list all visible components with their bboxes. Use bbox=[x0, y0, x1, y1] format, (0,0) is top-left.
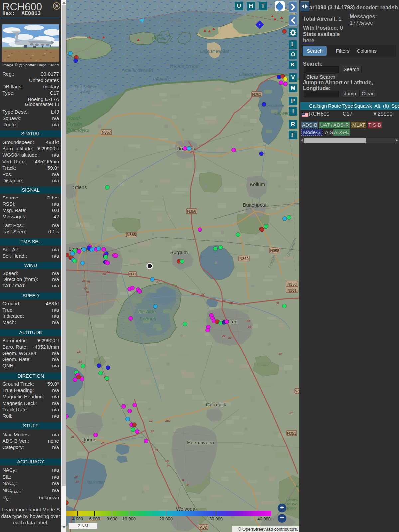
svg-text:28: 28 bbox=[191, 292, 195, 295]
svg-text:Noard-: Noard- bbox=[67, 115, 81, 121]
svg-text:9: 9 bbox=[187, 483, 189, 486]
svg-text:N369: N369 bbox=[239, 257, 249, 261]
svg-text:12: 12 bbox=[149, 419, 153, 422]
svg-text:29: 29 bbox=[222, 334, 226, 338]
svg-text:25: 25 bbox=[82, 279, 86, 282]
svg-text:N358: N358 bbox=[287, 282, 297, 286]
svg-text:N355: N355 bbox=[127, 233, 136, 237]
svg-text:Feanen: Feanen bbox=[140, 316, 157, 321]
svg-text:plaat: plaat bbox=[81, 90, 90, 94]
svg-text:Eilanderbult: Eilanderbult bbox=[239, 72, 262, 77]
svg-text:Heideveld: Heideveld bbox=[153, 77, 171, 82]
svg-text:Fri: Fri bbox=[296, 484, 299, 488]
svg-text:N356: N356 bbox=[187, 209, 196, 213]
svg-text:Wierumerwad: Wierumerwad bbox=[170, 64, 199, 69]
svg-text:Engelsmanplaat: Engelsmanplaat bbox=[200, 49, 229, 54]
svg-text:19: 19 bbox=[74, 475, 78, 478]
svg-text:27: 27 bbox=[289, 411, 293, 415]
svg-text:Gorredijk: Gorredijk bbox=[206, 402, 226, 407]
svg-text:Joure: Joure bbox=[83, 437, 95, 442]
svg-text:10: 10 bbox=[165, 459, 169, 463]
svg-text:28: 28 bbox=[201, 293, 205, 296]
svg-text:Fryslân: Fryslân bbox=[67, 121, 82, 127]
svg-text:Amelanderwad: Amelanderwad bbox=[121, 68, 153, 73]
svg-text:9: 9 bbox=[182, 478, 184, 482]
svg-text:Piet Scheve: Piet Scheve bbox=[75, 85, 97, 89]
svg-text:14: 14 bbox=[78, 360, 82, 363]
svg-text:29: 29 bbox=[228, 336, 232, 339]
svg-text:Drents-: Drents- bbox=[286, 498, 298, 502]
svg-text:29: 29 bbox=[229, 301, 233, 304]
svg-text:12: 12 bbox=[150, 429, 154, 433]
svg-text:Buitenpost: Buitenpost bbox=[243, 202, 267, 208]
svg-text:19: 19 bbox=[75, 480, 79, 483]
svg-text:N351: N351 bbox=[287, 431, 296, 435]
svg-text:26a: 26a bbox=[165, 419, 171, 422]
svg-text:Fryslân: Fryslân bbox=[167, 18, 182, 23]
svg-text:De Alde: De Alde bbox=[138, 309, 156, 314]
svg-text:30: 30 bbox=[247, 319, 250, 323]
svg-text:N31: N31 bbox=[129, 272, 136, 276]
svg-text:28: 28 bbox=[278, 352, 282, 356]
svg-text:26: 26 bbox=[102, 272, 106, 276]
svg-text:24: 24 bbox=[101, 441, 105, 444]
svg-text:N361: N361 bbox=[287, 288, 297, 292]
svg-text:De Hôn: De Hôn bbox=[152, 36, 166, 41]
svg-text:30: 30 bbox=[248, 325, 251, 328]
svg-text:15: 15 bbox=[77, 350, 81, 353]
svg-text:Heerenveen: Heerenveen bbox=[187, 440, 214, 445]
svg-text:11: 11 bbox=[155, 448, 158, 452]
svg-text:N361: N361 bbox=[252, 92, 261, 96]
svg-text:31: 31 bbox=[276, 301, 280, 305]
svg-text:A32: A32 bbox=[200, 525, 207, 529]
svg-text:23: 23 bbox=[71, 435, 75, 438]
svg-text:27: 27 bbox=[156, 280, 160, 284]
svg-text:17: 17 bbox=[84, 286, 88, 289]
svg-text:26: 26 bbox=[106, 270, 110, 274]
svg-text:25: 25 bbox=[87, 280, 91, 284]
svg-text:Bûtendyks: Bûtendyks bbox=[67, 127, 89, 133]
svg-text:Stiens: Stiens bbox=[73, 184, 87, 190]
svg-text:N357: N357 bbox=[102, 130, 111, 134]
svg-text:29: 29 bbox=[222, 299, 226, 303]
svg-text:N358: N358 bbox=[270, 249, 279, 253]
svg-text:16: 16 bbox=[85, 290, 89, 294]
svg-text:N3: N3 bbox=[295, 389, 299, 393]
svg-text:10: 10 bbox=[167, 464, 170, 467]
svg-text:Burgum: Burgum bbox=[170, 249, 188, 255]
svg-text:Tsjûkemar: Tsjûkemar bbox=[86, 480, 105, 485]
svg-text:Kollum: Kollum bbox=[250, 181, 265, 187]
